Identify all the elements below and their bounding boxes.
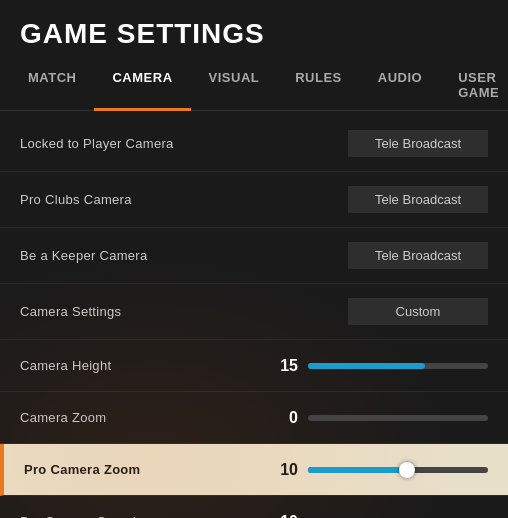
setting-label: Camera Settings [20,304,121,319]
page-title: GAME SETTINGS [0,0,508,60]
slider-container: 15 [273,357,488,375]
setting-label: Camera Height [20,358,111,373]
setting-keeper-camera[interactable]: Be a Keeper Camera Tele Broadcast [0,228,508,284]
slider-container: 10 [273,461,488,479]
slider-number: 0 [273,409,298,427]
setting-pro-camera-zoom[interactable]: Pro Camera Zoom 10 [0,444,508,496]
setting-value[interactable]: Tele Broadcast [348,242,488,269]
tab-visual[interactable]: VISUAL [191,60,278,110]
setting-pro-clubs-camera[interactable]: Pro Clubs Camera Tele Broadcast [0,172,508,228]
setting-pro-camera-speed[interactable]: Pro Camera Speed 10 [0,496,508,518]
setting-label: Pro Camera Zoom [24,462,140,477]
setting-value[interactable]: Custom [348,298,488,325]
setting-label: Be a Keeper Camera [20,248,148,263]
tab-user-game[interactable]: USER GAME [440,60,508,110]
setting-label: Locked to Player Camera [20,136,174,151]
slider-number: 15 [273,357,298,375]
tab-camera[interactable]: CAMERA [94,60,190,110]
slider-container: 0 [273,409,488,427]
tab-rules[interactable]: RULES [277,60,360,110]
slider-track[interactable] [308,415,488,421]
setting-label: Pro Camera Speed [20,514,136,518]
slider-number: 10 [273,513,298,519]
setting-camera-settings[interactable]: Camera Settings Custom [0,284,508,340]
tab-match[interactable]: MATCH [10,60,94,110]
slider-number: 10 [273,461,298,479]
setting-label: Camera Zoom [20,410,106,425]
slider-track[interactable] [308,363,488,369]
slider-track[interactable] [308,467,488,473]
setting-label: Pro Clubs Camera [20,192,132,207]
setting-camera-height[interactable]: Camera Height 15 [0,340,508,392]
tab-audio[interactable]: AUDIO [360,60,440,110]
slider-fill [308,363,425,369]
slider-thumb[interactable] [399,462,415,478]
settings-list: Locked to Player Camera Tele Broadcast P… [0,116,508,518]
setting-locked-player-camera[interactable]: Locked to Player Camera Tele Broadcast [0,116,508,172]
slider-fill [308,467,407,473]
setting-value[interactable]: Tele Broadcast [348,130,488,157]
slider-container: 10 [273,513,488,519]
tabs-nav: MATCH CAMERA VISUAL RULES AUDIO USER GAM… [0,60,508,111]
setting-camera-zoom[interactable]: Camera Zoom 0 [0,392,508,444]
setting-value[interactable]: Tele Broadcast [348,186,488,213]
